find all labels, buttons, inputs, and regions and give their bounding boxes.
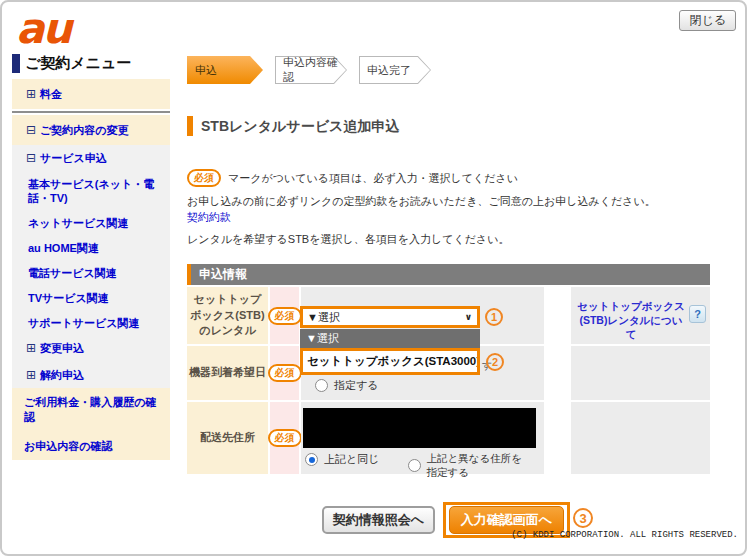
sidebar-menu: ⊞料金 ⊟ご契約内容の変更 ⊟サービス申込 基本サービス(ネット・電話・TV) … <box>12 79 170 460</box>
copyright-text: (C) KDDI CORPORATION. ALL RIGHTS RESERVE… <box>511 530 738 540</box>
required-note-text: マークがついている項目は、必ず入力・選択してください <box>228 171 518 186</box>
expand-plus-icon[interactable]: ⊞ <box>26 368 36 382</box>
step-label: 申込 <box>195 56 217 84</box>
sidebar-item-change-apply[interactable]: ⊞変更申込 <box>12 335 170 361</box>
instruction-text: レンタルを希望するSTBを選択し、各項目を入力してください。 <box>187 232 510 247</box>
expand-plus-icon[interactable]: ⊞ <box>26 87 36 101</box>
sidebar-item-net-services[interactable]: ネットサービス関連 <box>12 211 170 236</box>
required-badge: 必須 <box>268 307 302 325</box>
sidebar-item-cancel-apply[interactable]: ⊞解約申込 <box>12 362 170 388</box>
different-address-label: 上記と異なる住所を指定する <box>427 452 532 479</box>
sidebar-divider <box>12 111 170 113</box>
stb-select-options: ▼選択 セットトップボックス(STA3000) <box>300 329 480 375</box>
stb-select-value: ▼選択 <box>303 310 465 325</box>
sidebar-item-label: 変更申込 <box>40 342 84 354</box>
sidebar-item-label: お申込内容の確認 <box>24 440 113 452</box>
contract-info-button[interactable]: 契約情報照会へ <box>322 506 435 534</box>
terms-link[interactable]: 契約約款 <box>187 211 231 223</box>
step-confirm: 申込内容確認 <box>275 56 347 84</box>
help-question-icon[interactable]: ? <box>689 305 706 323</box>
au-logo: au <box>16 4 70 53</box>
same-address-label: 上記と同じ <box>324 452 380 467</box>
annotation-circle-2: 2 <box>486 353 504 371</box>
different-address-option: 上記と異なる住所を指定する <box>408 452 532 479</box>
collapse-minus-icon[interactable]: ⊟ <box>26 123 36 137</box>
step-label: 申込完了 <box>367 56 411 84</box>
sidebar-item-label: 基本サービス(ネット・電話・TV) <box>28 178 154 205</box>
sidebar-item-service-apply[interactable]: ⊟サービス申込 <box>12 145 170 171</box>
column-spacer <box>546 287 569 344</box>
section-header: 申込情報 <box>187 264 710 285</box>
same-address-radio[interactable] <box>305 453 318 466</box>
option-sta3000[interactable]: セットトップボックス(STA3000) <box>300 348 480 375</box>
expand-plus-icon[interactable]: ⊞ <box>26 341 36 355</box>
sidebar-item-label: au HOME関連 <box>28 242 99 254</box>
column-spacer <box>546 346 569 400</box>
sidebar-item-label: 電話サービス関連 <box>28 267 117 279</box>
redacted-address-block <box>303 408 536 448</box>
empty-side-cell <box>571 402 710 474</box>
sidebar-item-tv-services[interactable]: TVサービス関連 <box>12 286 170 311</box>
required-note: 必須 マークがついている項目は、必ず入力・選択してください <box>187 169 518 187</box>
empty-side-cell <box>571 346 710 400</box>
sidebar-item-fees[interactable]: ⊞料金 <box>12 79 170 109</box>
specify-date-radio[interactable] <box>315 379 328 392</box>
specify-date-label: 指定する <box>334 378 379 393</box>
sidebar-item-label: 料金 <box>40 88 62 100</box>
sidebar-item-application-status[interactable]: お申込内容の確認 <box>12 432 170 461</box>
close-button[interactable]: 閉じる <box>679 10 736 31</box>
sidebar-title: ご契約メニュー <box>12 54 170 73</box>
stb-help-link[interactable]: セットトップボックス(STB)レンタルについて <box>575 299 687 342</box>
required-badge: 必須 <box>268 364 302 382</box>
required-cell: 必須 <box>270 402 299 474</box>
required-cell: 必須 <box>270 287 299 344</box>
application-window: 閉じる au ご契約メニュー ⊞料金 ⊟ご契約内容の変更 ⊟サービス申込 基本サ… <box>0 0 747 556</box>
option-select-placeholder[interactable]: ▼選択 <box>300 329 480 348</box>
sidebar-item-contract-change[interactable]: ⊟ご契約内容の変更 <box>12 115 170 145</box>
row-label-arrival-date: 機器到着希望日 <box>187 346 268 400</box>
sidebar-item-label: ネットサービス関連 <box>28 217 129 229</box>
different-address-radio[interactable] <box>408 459 421 472</box>
same-address-option: 上記と同じ <box>305 452 380 467</box>
collapse-minus-icon[interactable]: ⊟ <box>26 151 36 165</box>
terms-notice-text: お申し込みの前に必ずリンクの定型約款をお読みいただき、ご同意の上お申し込みくださ… <box>187 195 656 207</box>
delivery-address-cell: 上記と同じ 上記と異なる住所を指定する <box>301 402 544 474</box>
required-cell: 必須 <box>270 346 299 400</box>
column-spacer <box>546 402 569 474</box>
row-label-stb-rental: セットトップボックス(STB)のレンタル <box>187 287 268 344</box>
help-cell: セットトップボックス(STB)レンタルについて ? <box>571 287 710 344</box>
specify-date-option: 指定する <box>315 378 379 393</box>
progress-steps: 申込 申込内容確認 申込完了 <box>187 56 431 84</box>
sidebar-item-label: サポートサービス関連 <box>28 317 140 329</box>
sidebar-item-support-services[interactable]: サポートサービス関連 <box>12 311 170 336</box>
sidebar-item-usage-history[interactable]: ご利用料金・購入履歴の確認 <box>12 388 170 432</box>
required-badge: 必須 <box>187 169 221 187</box>
sidebar-item-label: ご利用料金・購入履歴の確認 <box>24 396 157 423</box>
terms-notice: お申し込みの前に必ずリンクの定型約款をお読みいただき、ご同意の上お申し込みくださ… <box>187 194 727 226</box>
step-complete: 申込完了 <box>359 56 431 84</box>
sidebar: ご契約メニュー ⊞料金 ⊟ご契約内容の変更 ⊟サービス申込 基本サービス(ネット… <box>12 54 170 460</box>
title-bar-icon <box>12 54 20 73</box>
sidebar-item-label: 解約申込 <box>40 369 84 381</box>
sidebar-item-au-home[interactable]: au HOME関連 <box>12 236 170 261</box>
sidebar-item-basic-services[interactable]: 基本サービス(ネット・電話・TV) <box>12 172 170 212</box>
annotation-circle-1: 1 <box>485 308 503 326</box>
sidebar-item-label: TVサービス関連 <box>28 292 109 304</box>
step-apply: 申込 <box>187 56 263 84</box>
sidebar-item-label: サービス申込 <box>40 152 107 164</box>
sidebar-item-phone-services[interactable]: 電話サービス関連 <box>12 261 170 286</box>
annotation-circle-3: 3 <box>573 508 593 528</box>
chevron-down-icon: ∨ <box>465 312 477 322</box>
step-label: 申込内容確認 <box>283 56 347 84</box>
sidebar-item-label: ご契約内容の変更 <box>40 124 129 136</box>
row-label-delivery-address: 配送先住所 <box>187 402 268 474</box>
sidebar-title-label: ご契約メニュー <box>25 54 131 73</box>
required-badge: 必須 <box>268 429 302 447</box>
stb-select-dropdown[interactable]: ▼選択 ∨ <box>300 306 480 328</box>
page-title: STBレンタルサービス追加申込 <box>187 116 721 136</box>
